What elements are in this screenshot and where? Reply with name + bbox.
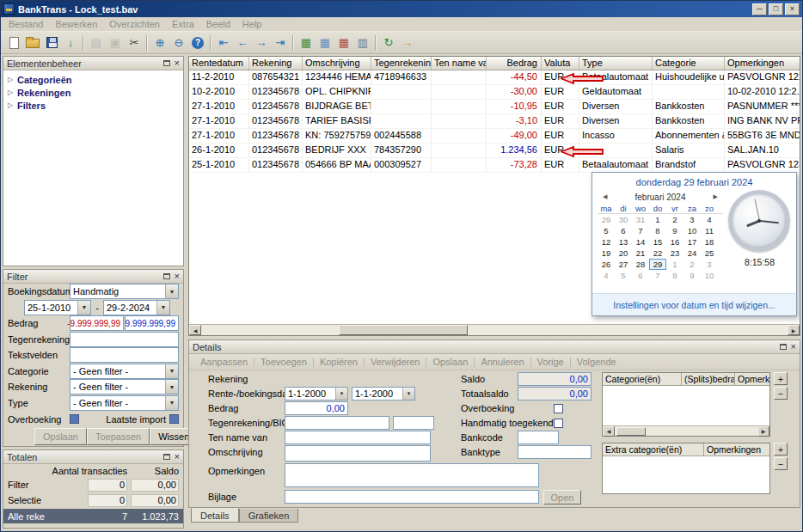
close-button[interactable]: × bbox=[785, 3, 800, 15]
table-row[interactable]: 10-2-2010012345678OPL. CHIPKNIP 0...-30,… bbox=[189, 85, 800, 100]
tree-item-rekeningen[interactable]: ▷Rekeningen bbox=[3, 86, 183, 99]
calendar-day[interactable]: 2 bbox=[666, 214, 683, 225]
import-button[interactable]: ↓ bbox=[61, 34, 80, 52]
menu-help[interactable]: Help bbox=[236, 19, 268, 29]
calendar-day[interactable]: 1 bbox=[666, 259, 683, 270]
calendar-day[interactable]: 9 bbox=[666, 225, 683, 236]
rentedatum-select[interactable]: 1-1-2000 ▼ bbox=[285, 387, 348, 401]
minimize-button[interactable]: ─ bbox=[752, 3, 767, 15]
tab-details[interactable]: Details bbox=[191, 508, 239, 523]
verwijderen-action[interactable]: Verwijderen bbox=[365, 357, 426, 367]
boekingsdatum-detail-select[interactable]: 1-1-2000 ▼ bbox=[352, 387, 415, 401]
annuleren-action[interactable]: Annuleren bbox=[475, 357, 530, 367]
calendar-day[interactable]: 6 bbox=[632, 270, 649, 281]
calendar-day[interactable]: 5 bbox=[598, 225, 615, 236]
cat-table-scrollbar[interactable]: ◀ ▶ bbox=[603, 425, 769, 436]
cat-column-header[interactable]: (Splits)bedrag bbox=[682, 373, 735, 385]
calendar-day[interactable]: 1 bbox=[649, 214, 666, 225]
laatste-import-checkbox[interactable] bbox=[169, 414, 179, 424]
float-panel-icon[interactable] bbox=[163, 60, 170, 66]
nav-next-button[interactable]: → bbox=[252, 34, 271, 52]
calendar-day[interactable]: 30 bbox=[615, 214, 632, 225]
column-header-opmerkingen[interactable]: Opmerkingen bbox=[725, 57, 800, 70]
scroll-thumb[interactable] bbox=[339, 325, 468, 335]
calendar-day[interactable]: 28 bbox=[632, 259, 649, 270]
column-header-omschrijving[interactable]: Omschrijving bbox=[303, 57, 371, 70]
calendar-day[interactable]: 16 bbox=[666, 236, 683, 248]
row-duplicate-button[interactable]: ▦ bbox=[316, 34, 334, 52]
date-to-select[interactable]: 29-2-2024 ▼ bbox=[103, 300, 170, 315]
scroll-track[interactable] bbox=[201, 325, 788, 335]
row-add-button[interactable]: ▦ bbox=[297, 34, 316, 52]
calendar-day[interactable]: 27 bbox=[615, 259, 632, 270]
scroll-left-button[interactable]: ◀ bbox=[189, 325, 201, 335]
table-row[interactable]: 26-1-2010012345678BEDRIJF XXX7843572901.… bbox=[189, 144, 800, 158]
menu-beeld[interactable]: Beeld bbox=[200, 19, 236, 29]
tree-item-categorien[interactable]: ▷Categorieën bbox=[3, 73, 183, 86]
table-row[interactable]: 11-2-20100876543211234446 HEMA D...47189… bbox=[189, 70, 800, 85]
float-panel-icon[interactable] bbox=[163, 273, 170, 279]
tab-grafieken[interactable]: Grafieken bbox=[239, 509, 299, 523]
opslaan-button[interactable]: Opslaan bbox=[34, 428, 87, 445]
tegenrekening-field[interactable] bbox=[285, 416, 389, 430]
calendar-day[interactable]: 6 bbox=[615, 225, 632, 236]
bedrag-max-input[interactable]: 9.999.999,99 bbox=[125, 315, 179, 331]
nav-first-button[interactable]: ⇤ bbox=[214, 34, 233, 52]
column-header-bedrag[interactable]: Bedrag bbox=[487, 57, 542, 70]
row-delete-button[interactable]: ▦ bbox=[334, 34, 353, 52]
date-from-select[interactable]: 25-1-2010 ▼ bbox=[24, 300, 91, 315]
calendar-day[interactable]: 8 bbox=[649, 225, 666, 236]
zoom-in-button[interactable]: ⊕ bbox=[150, 34, 169, 52]
calendar-day[interactable]: 5 bbox=[615, 270, 632, 281]
extra-table-body[interactable] bbox=[603, 456, 769, 493]
close-panel-icon[interactable]: × bbox=[175, 272, 180, 281]
boekingsdatum-select[interactable]: Handmatig ▼ bbox=[70, 284, 179, 299]
calendar-day[interactable]: 26 bbox=[598, 259, 615, 270]
menu-bestand[interactable]: Bestand bbox=[3, 19, 49, 29]
calendar-day[interactable]: 19 bbox=[598, 248, 615, 259]
column-header-rekening[interactable]: Rekening bbox=[249, 57, 303, 70]
calendar-day[interactable]: 13 bbox=[615, 236, 632, 248]
calendar-day[interactable]: 29 bbox=[649, 259, 666, 270]
print-button[interactable]: ▤ bbox=[87, 34, 106, 52]
omschrijving-field[interactable] bbox=[285, 445, 431, 462]
extra-column-header[interactable]: Opmerkingen bbox=[704, 443, 769, 456]
scroll-thumb[interactable] bbox=[616, 427, 646, 436]
categorie-select[interactable]: - Geen filter - ▼ bbox=[70, 364, 179, 379]
column-header-tegenrekening[interactable]: Tegenrekening bbox=[371, 57, 432, 70]
ten-name-van-field[interactable] bbox=[285, 431, 431, 444]
export-table-button[interactable]: ▥ bbox=[353, 34, 372, 52]
calendar-day[interactable]: 3 bbox=[683, 214, 701, 225]
volgende-action[interactable]: Volgende bbox=[571, 357, 622, 367]
toepassen-button[interactable]: Toepassen bbox=[87, 428, 150, 445]
column-header-categorie[interactable]: Categorie bbox=[653, 57, 725, 70]
help-button[interactable]: ? bbox=[188, 34, 207, 52]
cat-column-header[interactable]: Opmerkin... bbox=[735, 373, 769, 385]
column-header-type[interactable]: Type bbox=[579, 57, 653, 70]
calendar-prev-button[interactable]: ◀ bbox=[598, 193, 612, 200]
calendar-day[interactable]: 17 bbox=[683, 236, 701, 248]
calendar-day[interactable]: 25 bbox=[701, 248, 718, 259]
calendar-day[interactable]: 31 bbox=[632, 214, 649, 225]
datetime-settings-link[interactable]: Instellingen voor datum en tijd wijzigen… bbox=[613, 300, 775, 310]
calendar-day[interactable]: 10 bbox=[701, 270, 718, 281]
nav-last-button[interactable]: ⇥ bbox=[271, 34, 290, 52]
calendar-day[interactable]: 29 bbox=[598, 214, 615, 225]
close-panel-icon[interactable]: × bbox=[175, 58, 180, 68]
maximize-button[interactable]: □ bbox=[769, 3, 783, 15]
table-row[interactable]: 27-1-2010012345678TARIEF BASISPA...-3,10… bbox=[189, 114, 800, 129]
rekening-select[interactable]: - Geen filter - ▼ bbox=[70, 379, 179, 394]
kopiren-action[interactable]: Kopiëren bbox=[314, 357, 364, 367]
scroll-right-button[interactable]: ▶ bbox=[757, 426, 769, 437]
extra-column-header[interactable]: Extra categorie(ën) bbox=[603, 443, 704, 456]
bankcode-field[interactable] bbox=[518, 431, 559, 444]
calendar-day[interactable]: 7 bbox=[649, 270, 666, 281]
zoom-out-button[interactable]: ⊖ bbox=[169, 34, 188, 52]
menu-bewerken[interactable]: Bewerken bbox=[49, 19, 103, 29]
handmatig-toegekend-checkbox[interactable] bbox=[554, 419, 563, 428]
calendar-day[interactable]: 7 bbox=[632, 225, 649, 236]
close-panel-icon[interactable]: × bbox=[175, 452, 180, 462]
remove-extra-category-button[interactable]: − bbox=[774, 457, 788, 470]
aanpassen-action[interactable]: Aanpassen bbox=[194, 357, 254, 367]
cat-column-header[interactable]: Categorie(ën) bbox=[603, 373, 682, 385]
